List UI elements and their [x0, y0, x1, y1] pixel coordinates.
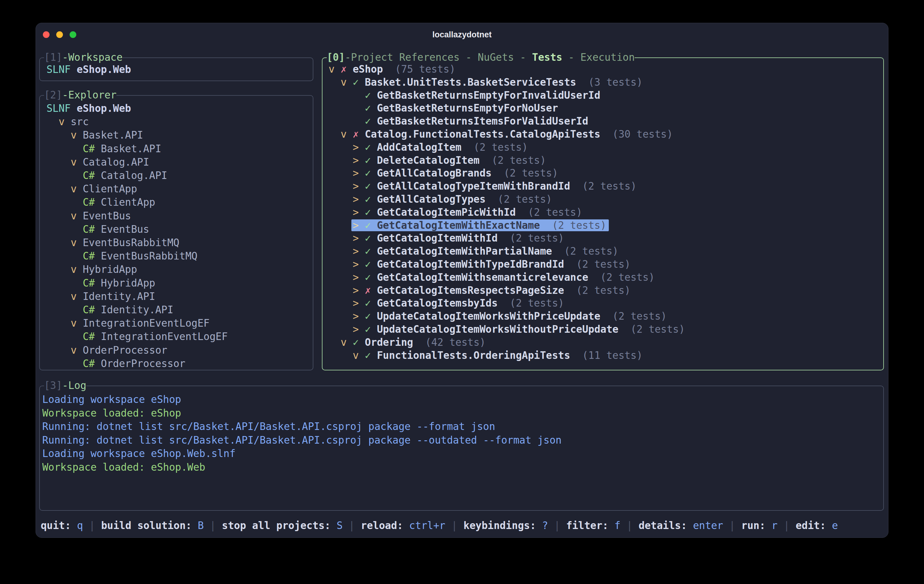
test-row[interactable]: > ✓ GetCatalogItemWithTypeIdBrandId (2 t…: [328, 258, 883, 271]
chevron-right-icon: >: [353, 154, 359, 166]
explorer-item[interactable]: C# HybridApp: [46, 277, 313, 290]
solution-name: eShop.Web: [77, 64, 131, 75]
test-name: GetBasketReturnsEmptyForNoUser: [377, 102, 558, 114]
panel-tests: [0]-Project References - NuGets - Tests …: [322, 58, 884, 370]
statusbar-action-label: details:: [639, 520, 687, 531]
chevron-right-icon: >: [353, 297, 359, 309]
test-name: GetBasketReturnsEmptyForInvalidUserId: [377, 89, 600, 101]
test-row[interactable]: > ✓ UpdateCatalogItemWorksWithPriceUpdat…: [328, 310, 883, 323]
test-row[interactable]: > ✗ GetCatalogItemsRespectsPageSize (2 t…: [328, 284, 883, 297]
explorer-item[interactable]: v EventBusRabbitMQ: [46, 236, 313, 249]
explorer-item[interactable]: v OrderProcessor: [46, 344, 313, 357]
test-count: (75 tests): [395, 63, 455, 75]
explorer-item[interactable]: v IntegrationEventLogEF: [46, 317, 313, 330]
test-row[interactable]: > ✓ GetCatalogItemWithPartialName (2 tes…: [328, 245, 883, 258]
tab-tests[interactable]: Tests: [532, 51, 562, 63]
test-row[interactable]: > ✓ GetCatalogItemsbyIds (2 tests): [328, 297, 883, 310]
workspace-solution[interactable]: SLNF eShop.Web: [46, 63, 313, 76]
statusbar-separator: |: [445, 520, 464, 531]
test-row[interactable]: > ✓ GetAllCatalogTypes (2 tests): [328, 193, 883, 206]
explorer-item-label: Basket.API: [82, 129, 143, 141]
solution-type-badge: SLNF: [46, 64, 71, 75]
csharp-project-icon: C#: [82, 277, 95, 289]
statusbar-separator: |: [548, 520, 566, 531]
pass-icon: ✓: [365, 154, 371, 166]
panel-title-workspace: [1]-Workspace: [44, 52, 122, 63]
explorer-item-label: HybridApp: [82, 264, 137, 275]
tab-nugets[interactable]: NuGets: [478, 51, 514, 63]
explorer-item[interactable]: C# Catalog.API: [46, 169, 313, 182]
explorer-item-label: IntegrationEventLogEF: [101, 331, 228, 342]
test-row[interactable]: > ✓ GetCatalogItemWithId (2 tests): [328, 232, 883, 245]
explorer-item-label: EventBusRabbitMQ: [101, 250, 198, 262]
explorer-item[interactable]: v Basket.API: [46, 129, 313, 142]
explorer-item[interactable]: C# OrderProcessor: [46, 357, 313, 370]
test-row[interactable]: > ✓ GetAllCatalogTypeItemWithBrandId (2 …: [328, 180, 883, 193]
tests-tree: v ✗ eShop (75 tests) v ✓ Basket.UnitTest…: [322, 58, 883, 362]
csharp-project-icon: C#: [82, 331, 95, 342]
explorer-item[interactable]: v HybridApp: [46, 263, 313, 276]
explorer-item-label: HybridApp: [101, 277, 155, 289]
explorer-item[interactable]: v src: [46, 115, 313, 129]
test-row[interactable]: > ✓ DeleteCatalogItem (2 tests): [328, 154, 883, 167]
test-row[interactable]: > ✓ GetCatalogItemPicWithId (2 tests): [328, 206, 883, 219]
explorer-item[interactable]: v EventBus: [46, 210, 313, 223]
pass-icon: ✓: [353, 76, 359, 88]
test-row[interactable]: v ✓ Basket.UnitTests.BasketServiceTests …: [328, 76, 883, 89]
explorer-root-item[interactable]: SLNF eShop.Web: [46, 102, 313, 115]
titlebar: locallazydotnet: [36, 23, 888, 46]
test-row[interactable]: v ✗ eShop (75 tests): [328, 63, 883, 76]
csharp-project-icon: C#: [82, 250, 95, 262]
explorer-item-label: OrderProcessor: [101, 358, 185, 370]
statusbar-keybinding: enter: [693, 520, 723, 531]
tab-execution[interactable]: Execution: [581, 51, 635, 63]
test-count: (3 tests): [588, 76, 643, 88]
panel-log: [3]-Log Loading workspace eShopWorkspace…: [39, 386, 884, 511]
test-row[interactable]: > ✓ AddCatalogItem (2 tests): [328, 141, 883, 154]
test-name: GetCatalogItemWithExactName: [377, 219, 540, 231]
test-row[interactable]: ✓ GetBasketReturnsEmptyForInvalidUserId: [328, 89, 883, 102]
chevron-right-icon: >: [353, 193, 359, 205]
panel-title-tests: [0]-Project References - NuGets - Tests …: [327, 52, 635, 63]
test-row[interactable]: ✓ GetBasketReturnsItemsForValidUserId: [328, 115, 883, 128]
test-row[interactable]: v ✓ FunctionalTests.OrderingApiTests (11…: [328, 349, 883, 362]
window-title: locallazydotnet: [36, 23, 888, 46]
chevron-down-icon: v: [353, 350, 359, 361]
test-row[interactable]: ✓ GetBasketReturnsEmptyForNoUser: [328, 102, 883, 115]
test-count: (2 tests): [504, 167, 558, 179]
pass-icon: ✓: [365, 258, 371, 270]
chevron-down-icon: v: [71, 156, 77, 168]
explorer-item[interactable]: C# IntegrationEventLogEF: [46, 330, 313, 343]
chevron-down-icon: v: [71, 129, 77, 141]
panel-label: -Log: [62, 379, 86, 391]
explorer-item[interactable]: C# EventBus: [46, 223, 313, 236]
solution-name: eShop.Web: [77, 102, 131, 114]
explorer-item[interactable]: C# Basket.API: [46, 142, 313, 155]
pass-icon: ✓: [365, 141, 371, 153]
log-line: Running: dotnet list src/Basket.API/Bask…: [42, 434, 883, 447]
test-row[interactable]: > ✓ GetCatalogItemWithsemanticrelevance …: [328, 271, 883, 284]
explorer-item[interactable]: C# ClientApp: [46, 196, 313, 209]
statusbar-item: keybindings: ?: [464, 520, 548, 531]
explorer-item[interactable]: v Identity.API: [46, 290, 313, 303]
explorer-item[interactable]: v Catalog.API: [46, 155, 313, 169]
test-row[interactable]: > ✓ GetAllCatalogBrands (2 tests): [328, 167, 883, 180]
test-row[interactable]: v ✓ Ordering (42 tests): [328, 336, 883, 349]
explorer-item[interactable]: v ClientApp: [46, 182, 313, 196]
explorer-item-label: EventBusRabbitMQ: [82, 237, 179, 249]
statusbar-item: details: enter: [639, 520, 723, 531]
test-row[interactable]: > ✓ UpdateCatalogItemWorksWithoutPriceUp…: [328, 323, 883, 336]
statusbar-item: quit: q: [41, 520, 83, 531]
test-count: (2 tests): [576, 258, 631, 270]
statusbar: quit: q | build solution: B | stop all p…: [41, 519, 838, 532]
explorer-item[interactable]: C# EventBusRabbitMQ: [46, 249, 313, 263]
tab-project-references[interactable]: Project References: [351, 51, 460, 63]
statusbar-action-label: stop all projects:: [222, 520, 331, 531]
explorer-item[interactable]: C# Identity.API: [46, 303, 313, 317]
statusbar-separator: |: [620, 520, 639, 531]
test-name: DeleteCatalogItem: [377, 154, 480, 166]
test-count: (2 tests): [492, 154, 546, 166]
test-row[interactable]: > ✓ GetCatalogItemWithExactName (2 tests…: [328, 219, 883, 232]
pass-icon: ✓: [365, 297, 371, 309]
test-row[interactable]: v ✗ Catalog.FunctionalTests.CatalogApiTe…: [328, 128, 883, 141]
